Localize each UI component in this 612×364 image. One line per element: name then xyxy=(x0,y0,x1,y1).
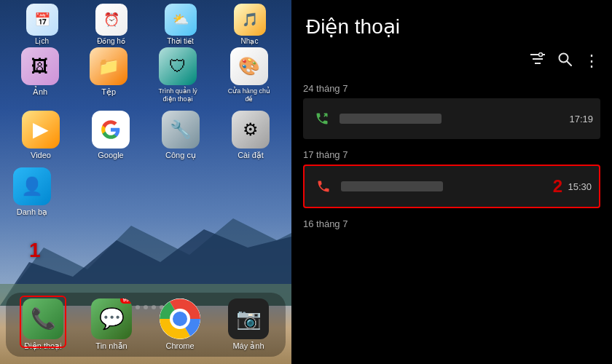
app-grid: 🖼 Ảnh 📁 Tệp 🛡 Trình quản lýđiện thoại 🎨 xyxy=(6,47,286,224)
grid-row-3: 👤 Danh bạ xyxy=(6,167,286,217)
app-lich-label: Lịch xyxy=(35,37,49,45)
app-cai-dat[interactable]: ⚙ Cài đặt xyxy=(232,111,270,160)
call-2-info xyxy=(341,181,562,191)
app-lich[interactable]: 📅 Lịch xyxy=(26,4,58,45)
app-video-label: Video xyxy=(31,151,51,160)
call-item-2[interactable]: 15:30 2 xyxy=(303,165,600,208)
grid-row-2: ▶ Video Google 🔧 C xyxy=(6,111,286,160)
app-anh[interactable]: 🖼 Ảnh xyxy=(21,47,59,103)
call-1-time: 17:19 xyxy=(569,114,593,124)
app-dien-thoai-label: Điện thoại xyxy=(24,341,61,351)
app-tin-nhan-label: Tin nhắn xyxy=(95,341,127,351)
app-tep-label: Tệp xyxy=(101,87,116,97)
app-nhac-label: Nhạc xyxy=(241,37,259,45)
home-screen: 📅 Lịch ⏰ Đồng hồ ⛅ Thời tiết 🎵 Nhạc xyxy=(0,0,291,364)
tin-nhan-badge: 99+ xyxy=(120,298,132,304)
phone-toolbar: ⋮ xyxy=(291,46,612,76)
more-icon[interactable]: ⋮ xyxy=(584,53,600,69)
call-2-name xyxy=(341,181,443,191)
app-danh-ba[interactable]: 👤 Danh bạ xyxy=(13,167,51,217)
date-header-16: 16 tháng 7 xyxy=(303,211,600,234)
app-google[interactable]: Google xyxy=(92,111,130,160)
number-1-badge: 1 xyxy=(29,239,41,262)
app-anh-label: Ảnh xyxy=(33,87,47,97)
phone-app-header: Điện thoại xyxy=(291,0,612,46)
date-header-17: 17 tháng 7 xyxy=(303,142,600,165)
app-danh-ba-label: Danh bạ xyxy=(17,207,47,217)
svg-point-5 xyxy=(173,312,187,326)
app-dien-thoai[interactable]: 📞 Điện thoại xyxy=(23,298,63,351)
app-google-label: Google xyxy=(98,151,123,160)
app-tin-nhan[interactable]: 💬 99+ Tin nhắn xyxy=(91,298,132,351)
app-may-anh[interactable]: 📷 Máy ảnh xyxy=(228,298,269,351)
call-outgoing-icon xyxy=(310,107,334,130)
app-trinh-quan-ly-label: Trình quản lýđiện thoại xyxy=(158,87,197,103)
svg-line-11 xyxy=(567,61,571,66)
app-dong-ho-label: Đồng hồ xyxy=(97,37,125,45)
app-tep[interactable]: 📁 Tệp xyxy=(90,47,128,103)
app-cai-dat-label: Cài đặt xyxy=(238,151,264,160)
app-dong-ho[interactable]: ⏰ Đồng hồ xyxy=(95,4,128,45)
app-cong-cu-label: Công cụ xyxy=(165,151,196,160)
app-video[interactable]: ▶ Video xyxy=(22,111,60,160)
app-cua-hang[interactable]: 🎨 Cửa hàng chủđề xyxy=(228,47,270,103)
app-may-anh-label: Máy ảnh xyxy=(232,341,264,351)
call-1-info xyxy=(340,114,563,124)
filter-icon[interactable] xyxy=(530,52,546,69)
app-cong-cu[interactable]: 🔧 Công cụ xyxy=(162,111,200,160)
call-missed-icon xyxy=(312,175,335,198)
app-thoi-tiet-label: Thời tiết xyxy=(167,37,193,45)
app-nhac[interactable]: 🎵 Nhạc xyxy=(234,4,266,45)
app-thoi-tiet[interactable]: ⛅ Thời tiết xyxy=(165,4,197,45)
top-apps-row: 📅 Lịch ⏰ Đồng hồ ⛅ Thời tiết 🎵 Nhạc xyxy=(7,4,284,45)
grid-row-1: 🖼 Ảnh 📁 Tệp 🛡 Trình quản lýđiện thoại 🎨 xyxy=(6,47,286,103)
phone-app: Điện thoại ⋮ 24 tháng 7 xyxy=(291,0,612,364)
search-icon[interactable] xyxy=(557,52,572,70)
call-1-name xyxy=(340,114,442,124)
phone-app-title: Điện thoại xyxy=(306,15,400,38)
app-chrome[interactable]: Chrome xyxy=(160,298,200,351)
svg-point-9 xyxy=(539,53,543,57)
call-list: 24 tháng 7 17:19 17 tháng 7 xyxy=(291,76,612,364)
app-chrome-label: Chrome xyxy=(165,341,194,351)
app-dock: 📞 Điện thoại 💬 99+ Tin nhắn xyxy=(6,293,286,357)
app-cua-hang-label: Cửa hàng chủđề xyxy=(228,87,270,103)
date-header-24: 24 tháng 7 xyxy=(303,76,600,98)
app-trinh-quan-ly[interactable]: 🛡 Trình quản lýđiện thoại xyxy=(158,47,197,103)
number-2-badge: 2 xyxy=(553,176,562,197)
call-2-time: 15:30 xyxy=(568,181,592,192)
dock-dien-thoai-wrapper: 📞 Điện thoại xyxy=(23,298,63,351)
call-item-1[interactable]: 17:19 xyxy=(303,98,600,139)
